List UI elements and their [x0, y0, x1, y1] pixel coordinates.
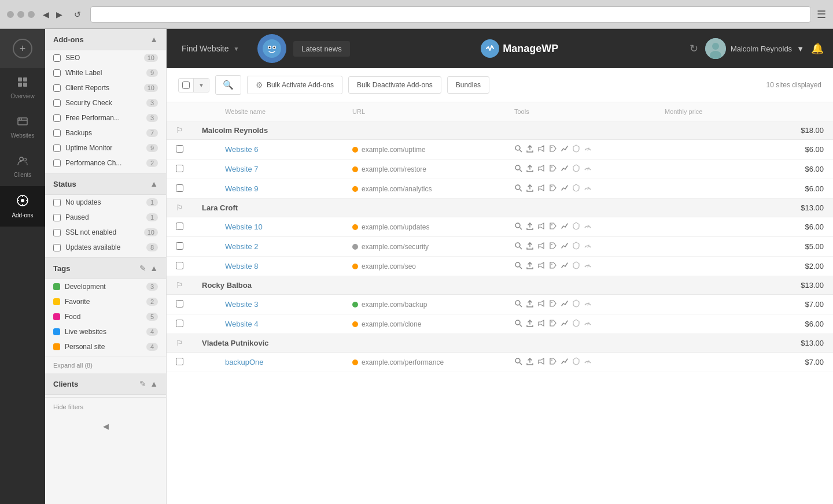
row-checkbox[interactable] — [176, 184, 183, 192]
filter-checkbox[interactable] — [53, 54, 61, 62]
tag-filter-item[interactable]: Food5 — [45, 309, 166, 324]
magnify-icon[interactable] — [514, 222, 522, 232]
tags-edit[interactable]: ✎ — [139, 264, 146, 273]
site-name-link[interactable]: Website 7 — [225, 165, 259, 173]
chart-icon[interactable] — [561, 242, 569, 251]
site-name-link[interactable]: Website 10 — [225, 223, 263, 231]
status-filter-item[interactable]: SSL not enabled10 — [45, 225, 166, 240]
chart-icon[interactable] — [561, 261, 569, 271]
row-checkbox[interactable] — [176, 262, 183, 269]
sync-button[interactable]: ↻ — [690, 42, 698, 55]
tag-filter-item[interactable]: Favorite2 — [45, 294, 166, 309]
tag-icon[interactable] — [549, 242, 557, 251]
tags-filter-up[interactable]: ▲ — [150, 264, 158, 273]
filter-checkbox[interactable] — [53, 229, 61, 236]
addons-filter-item[interactable]: SEO10 — [45, 50, 166, 65]
tag-icon[interactable] — [549, 357, 557, 367]
site-name-link[interactable]: Website 8 — [225, 262, 259, 270]
hide-filters-button[interactable]: Hide filters — [45, 398, 166, 416]
status-filter-item[interactable]: Updates available8 — [45, 240, 166, 255]
tag-icon[interactable] — [549, 222, 557, 232]
filter-checkbox[interactable] — [53, 214, 61, 221]
megaphone-icon[interactable] — [537, 261, 545, 271]
site-name-link[interactable]: Website 2 — [225, 242, 259, 251]
megaphone-icon[interactable] — [537, 184, 545, 194]
filter-checkbox[interactable] — [53, 84, 61, 92]
chart-icon[interactable] — [561, 164, 569, 174]
shield-icon[interactable] — [572, 357, 580, 367]
upload-icon[interactable] — [526, 357, 534, 367]
megaphone-icon[interactable] — [537, 242, 545, 251]
filter-checkbox[interactable] — [53, 129, 61, 137]
news-mascot[interactable] — [257, 34, 286, 63]
chart-icon[interactable] — [561, 319, 569, 329]
megaphone-icon[interactable] — [537, 222, 545, 232]
addons-filter-item[interactable]: Uptime Monitor9 — [45, 140, 166, 155]
shield-icon[interactable] — [572, 319, 580, 329]
addons-filter-item[interactable]: Security Check3 — [45, 95, 166, 110]
speedometer-icon[interactable] — [584, 242, 592, 251]
refresh-button[interactable]: ↺ — [71, 9, 84, 20]
speedometer-icon[interactable] — [584, 164, 592, 174]
bulk-deactivate-button[interactable]: Bulk Deactivate Add-ons — [348, 76, 441, 94]
row-checkbox[interactable] — [176, 320, 183, 327]
bulk-activate-button[interactable]: ⚙ Bulk Activate Add-ons — [247, 76, 342, 94]
chart-icon[interactable] — [561, 357, 569, 367]
magnify-icon[interactable] — [514, 261, 522, 271]
latest-news-button[interactable]: Latest news — [293, 41, 349, 57]
megaphone-icon[interactable] — [537, 299, 545, 309]
sidebar-item-overview[interactable]: Overview — [0, 68, 45, 108]
browser-menu-icon[interactable]: ☰ — [817, 8, 826, 21]
clients-filter-up[interactable]: ▲ — [150, 379, 158, 388]
site-name-link[interactable]: Website 4 — [225, 320, 259, 328]
magnify-icon[interactable] — [514, 319, 522, 329]
site-name-link[interactable]: Website 3 — [225, 300, 259, 309]
sidebar-item-websites[interactable]: Websites — [0, 108, 45, 147]
filter-checkbox[interactable] — [53, 69, 61, 77]
chart-icon[interactable] — [561, 184, 569, 194]
upload-icon[interactable] — [526, 144, 534, 154]
upload-icon[interactable] — [526, 222, 534, 232]
speedometer-icon[interactable] — [584, 184, 592, 194]
shield-icon[interactable] — [572, 184, 580, 194]
addons-filter-item[interactable]: White Label9 — [45, 65, 166, 80]
row-checkbox[interactable] — [176, 242, 183, 250]
back-button[interactable]: ◀ — [40, 9, 51, 20]
shield-icon[interactable] — [572, 261, 580, 271]
upload-icon[interactable] — [526, 164, 534, 174]
tag-filter-item[interactable]: Live websites4 — [45, 324, 166, 339]
add-site-button[interactable]: + — [0, 29, 45, 68]
speedometer-icon[interactable] — [584, 319, 592, 329]
tag-filter-item[interactable]: Development3 — [45, 279, 166, 294]
filter-checkbox[interactable] — [53, 114, 61, 122]
tag-icon[interactable] — [549, 184, 557, 194]
find-website-button[interactable]: Find Website ▼ — [176, 40, 245, 57]
site-name-link[interactable]: Website 6 — [225, 145, 259, 154]
filter-checkbox[interactable] — [53, 144, 61, 152]
megaphone-icon[interactable] — [537, 164, 545, 174]
status-filter-item[interactable]: No updates1 — [45, 195, 166, 210]
filter-checkbox[interactable] — [53, 160, 61, 167]
status-filter-item[interactable]: Paused1 — [45, 210, 166, 225]
sidebar-collapse-button[interactable]: ◀ — [45, 416, 166, 436]
magnify-icon[interactable] — [514, 144, 522, 154]
speedometer-icon[interactable] — [584, 261, 592, 271]
site-name-link[interactable]: Website 9 — [225, 184, 259, 193]
filter-checkbox[interactable] — [53, 244, 61, 251]
search-button[interactable]: 🔍 — [215, 75, 241, 95]
select-dropdown-arrow[interactable]: ▼ — [193, 79, 209, 92]
row-checkbox[interactable] — [176, 223, 183, 230]
magnify-icon[interactable] — [514, 357, 522, 367]
tag-icon[interactable] — [549, 261, 557, 271]
chart-icon[interactable] — [561, 144, 569, 154]
megaphone-icon[interactable] — [537, 319, 545, 329]
status-filter-up[interactable]: ▲ — [150, 179, 158, 188]
chart-icon[interactable] — [561, 299, 569, 309]
row-checkbox[interactable] — [176, 145, 183, 153]
addons-filter-item[interactable]: Backups7 — [45, 125, 166, 140]
sidebar-item-addons[interactable]: Add-ons — [0, 186, 45, 227]
speedometer-icon[interactable] — [584, 299, 592, 309]
select-all-checkbox[interactable] — [182, 81, 190, 89]
filter-checkbox[interactable] — [53, 99, 61, 107]
shield-icon[interactable] — [572, 299, 580, 309]
